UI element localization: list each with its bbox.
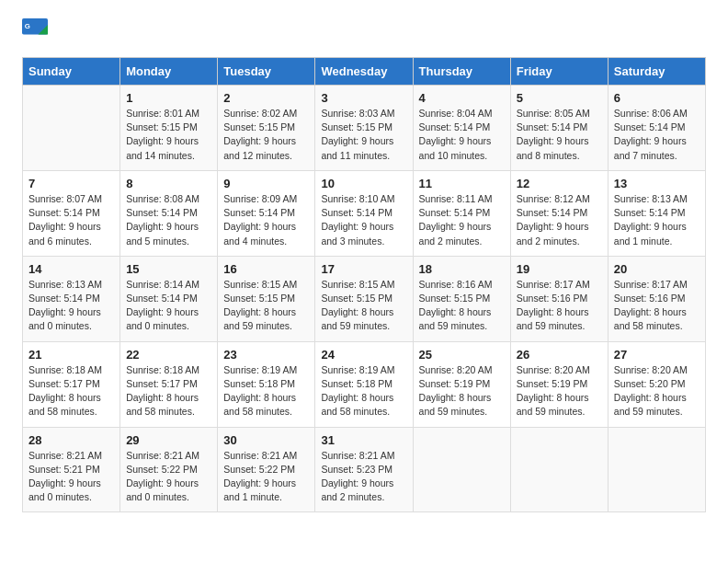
day-cell: 27Sunrise: 8:20 AMSunset: 5:20 PMDayligh…: [608, 341, 705, 427]
day-info: Sunrise: 8:19 AMSunset: 5:18 PMDaylight:…: [321, 363, 406, 419]
day-info: Sunrise: 8:09 AMSunset: 5:14 PMDaylight:…: [223, 192, 309, 248]
day-number: 6: [614, 91, 700, 105]
day-cell: 30Sunrise: 8:21 AMSunset: 5:22 PMDayligh…: [218, 427, 315, 512]
day-cell: 23Sunrise: 8:19 AMSunset: 5:18 PMDayligh…: [218, 341, 315, 427]
day-number: 19: [517, 262, 602, 276]
day-number: 16: [223, 262, 309, 276]
day-info: Sunrise: 8:05 AMSunset: 5:14 PMDaylight:…: [517, 107, 602, 163]
day-cell: 15Sunrise: 8:14 AMSunset: 5:14 PMDayligh…: [120, 256, 218, 341]
day-number: 17: [321, 262, 406, 276]
week-row-4: 21Sunrise: 8:18 AMSunset: 5:17 PMDayligh…: [23, 341, 706, 427]
calendar-header-row: SundayMondayTuesdayWednesdayThursdayFrid…: [23, 58, 706, 86]
day-number: 5: [517, 91, 602, 105]
day-cell: [608, 427, 705, 512]
day-info: Sunrise: 8:03 AMSunset: 5:15 PMDaylight:…: [321, 107, 406, 163]
day-cell: 10Sunrise: 8:10 AMSunset: 5:14 PMDayligh…: [315, 170, 413, 256]
week-row-2: 7Sunrise: 8:07 AMSunset: 5:14 PMDaylight…: [23, 170, 706, 256]
day-cell: 6Sunrise: 8:06 AMSunset: 5:14 PMDaylight…: [608, 86, 705, 171]
day-number: 7: [28, 177, 114, 190]
day-number: 31: [321, 433, 406, 447]
day-info: Sunrise: 8:21 AMSunset: 5:22 PMDaylight:…: [126, 449, 211, 505]
day-info: Sunrise: 8:01 AMSunset: 5:15 PMDaylight:…: [126, 107, 211, 163]
day-number: 29: [126, 433, 211, 447]
day-number: 28: [28, 433, 114, 447]
day-info: Sunrise: 8:21 AMSunset: 5:23 PMDaylight:…: [321, 449, 406, 505]
day-info: Sunrise: 8:06 AMSunset: 5:14 PMDaylight:…: [614, 107, 700, 163]
day-cell: [23, 86, 120, 171]
day-number: 11: [419, 177, 505, 190]
day-info: Sunrise: 8:17 AMSunset: 5:16 PMDaylight:…: [614, 278, 700, 334]
day-info: Sunrise: 8:15 AMSunset: 5:15 PMDaylight:…: [321, 278, 406, 334]
day-number: 4: [419, 91, 505, 105]
day-number: 13: [614, 177, 700, 190]
calendar-table: SundayMondayTuesdayWednesdayThursdayFrid…: [22, 57, 706, 512]
day-cell: 7Sunrise: 8:07 AMSunset: 5:14 PMDaylight…: [23, 170, 120, 256]
day-info: Sunrise: 8:19 AMSunset: 5:18 PMDaylight:…: [223, 363, 309, 419]
day-cell: 19Sunrise: 8:17 AMSunset: 5:16 PMDayligh…: [510, 256, 608, 341]
col-header-tuesday: Tuesday: [218, 58, 315, 86]
day-info: Sunrise: 8:20 AMSunset: 5:19 PMDaylight:…: [419, 363, 505, 419]
day-info: Sunrise: 8:14 AMSunset: 5:14 PMDaylight:…: [126, 278, 211, 334]
day-number: 12: [517, 177, 602, 190]
day-info: Sunrise: 8:18 AMSunset: 5:17 PMDaylight:…: [126, 363, 211, 419]
day-number: 30: [223, 433, 309, 447]
day-info: Sunrise: 8:13 AMSunset: 5:14 PMDaylight:…: [614, 192, 700, 248]
day-cell: 8Sunrise: 8:08 AMSunset: 5:14 PMDaylight…: [120, 170, 218, 256]
day-number: 21: [28, 348, 114, 362]
day-cell: 13Sunrise: 8:13 AMSunset: 5:14 PMDayligh…: [608, 170, 705, 256]
day-info: Sunrise: 8:18 AMSunset: 5:17 PMDaylight:…: [28, 363, 114, 419]
day-cell: 14Sunrise: 8:13 AMSunset: 5:14 PMDayligh…: [23, 256, 120, 341]
day-cell: 25Sunrise: 8:20 AMSunset: 5:19 PMDayligh…: [413, 341, 510, 427]
page-header: G: [22, 18, 706, 44]
day-cell: 29Sunrise: 8:21 AMSunset: 5:22 PMDayligh…: [120, 427, 218, 512]
day-number: 27: [614, 348, 700, 362]
day-number: 15: [126, 262, 211, 276]
logo: G: [22, 18, 51, 44]
day-cell: 5Sunrise: 8:05 AMSunset: 5:14 PMDaylight…: [510, 86, 608, 171]
day-number: 8: [126, 177, 211, 190]
day-number: 3: [321, 91, 406, 105]
day-cell: 21Sunrise: 8:18 AMSunset: 5:17 PMDayligh…: [23, 341, 120, 427]
day-info: Sunrise: 8:11 AMSunset: 5:14 PMDaylight:…: [419, 192, 505, 248]
day-cell: 31Sunrise: 8:21 AMSunset: 5:23 PMDayligh…: [315, 427, 413, 512]
day-cell: 22Sunrise: 8:18 AMSunset: 5:17 PMDayligh…: [120, 341, 218, 427]
day-info: Sunrise: 8:02 AMSunset: 5:15 PMDaylight:…: [223, 107, 309, 163]
col-header-saturday: Saturday: [608, 58, 705, 86]
day-cell: 9Sunrise: 8:09 AMSunset: 5:14 PMDaylight…: [218, 170, 315, 256]
day-info: Sunrise: 8:12 AMSunset: 5:14 PMDaylight:…: [517, 192, 602, 248]
week-row-5: 28Sunrise: 8:21 AMSunset: 5:21 PMDayligh…: [23, 427, 706, 512]
day-cell: 17Sunrise: 8:15 AMSunset: 5:15 PMDayligh…: [315, 256, 413, 341]
day-number: 1: [126, 91, 211, 105]
day-cell: 24Sunrise: 8:19 AMSunset: 5:18 PMDayligh…: [315, 341, 413, 427]
week-row-3: 14Sunrise: 8:13 AMSunset: 5:14 PMDayligh…: [23, 256, 706, 341]
col-header-friday: Friday: [510, 58, 608, 86]
day-info: Sunrise: 8:21 AMSunset: 5:22 PMDaylight:…: [223, 449, 309, 505]
day-number: 18: [419, 262, 505, 276]
col-header-wednesday: Wednesday: [315, 58, 413, 86]
day-info: Sunrise: 8:15 AMSunset: 5:15 PMDaylight:…: [223, 278, 309, 334]
day-number: 23: [223, 348, 309, 362]
day-cell: 26Sunrise: 8:20 AMSunset: 5:19 PMDayligh…: [510, 341, 608, 427]
day-number: 26: [517, 348, 602, 362]
day-info: Sunrise: 8:16 AMSunset: 5:15 PMDaylight:…: [419, 278, 505, 334]
day-cell: [510, 427, 608, 512]
day-info: Sunrise: 8:21 AMSunset: 5:21 PMDaylight:…: [28, 449, 114, 505]
col-header-monday: Monday: [120, 58, 218, 86]
day-info: Sunrise: 8:07 AMSunset: 5:14 PMDaylight:…: [28, 192, 114, 248]
day-info: Sunrise: 8:10 AMSunset: 5:14 PMDaylight:…: [321, 192, 406, 248]
day-cell: 16Sunrise: 8:15 AMSunset: 5:15 PMDayligh…: [218, 256, 315, 341]
day-cell: 1Sunrise: 8:01 AMSunset: 5:15 PMDaylight…: [120, 86, 218, 171]
day-number: 22: [126, 348, 211, 362]
week-row-1: 1Sunrise: 8:01 AMSunset: 5:15 PMDaylight…: [23, 86, 706, 171]
day-info: Sunrise: 8:20 AMSunset: 5:20 PMDaylight:…: [614, 363, 700, 419]
day-cell: 12Sunrise: 8:12 AMSunset: 5:14 PMDayligh…: [510, 170, 608, 256]
day-cell: 4Sunrise: 8:04 AMSunset: 5:14 PMDaylight…: [413, 86, 510, 171]
svg-text:G: G: [25, 22, 30, 30]
day-number: 25: [419, 348, 505, 362]
day-info: Sunrise: 8:04 AMSunset: 5:14 PMDaylight:…: [419, 107, 505, 163]
day-info: Sunrise: 8:20 AMSunset: 5:19 PMDaylight:…: [517, 363, 602, 419]
day-info: Sunrise: 8:13 AMSunset: 5:14 PMDaylight:…: [28, 278, 114, 334]
day-cell: 20Sunrise: 8:17 AMSunset: 5:16 PMDayligh…: [608, 256, 705, 341]
col-header-thursday: Thursday: [413, 58, 510, 86]
day-cell: 28Sunrise: 8:21 AMSunset: 5:21 PMDayligh…: [23, 427, 120, 512]
